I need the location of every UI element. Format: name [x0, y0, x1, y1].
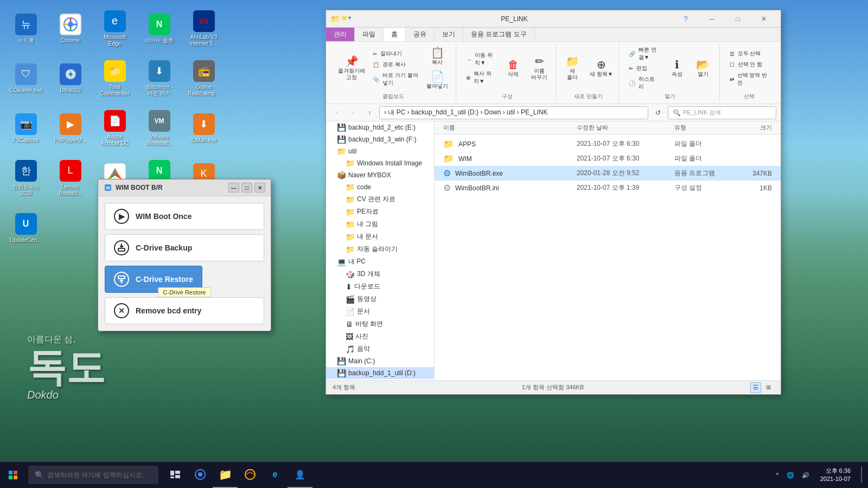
ribbon-btn-copyto[interactable]: ⊕ 복사 위치▼ [463, 69, 499, 86]
col-header-name[interactable]: 이름 [443, 124, 577, 132]
taskbar-search-input[interactable] [47, 471, 145, 479]
ribbon-btn-selectnone[interactable]: ☐ 선택 안 함 [726, 60, 772, 69]
ribbon-tab-apptools[interactable]: 응용 프로그램 도구 [463, 28, 535, 41]
icon-radio[interactable]: 📻 OnlineRadio.aimp... [183, 55, 224, 101]
taskbar-wim-app[interactable]: 👤 [288, 462, 312, 488]
nav-item-windows-install[interactable]: 📁 Windows Install Image [326, 157, 434, 169]
icon-ahnlab[interactable]: V3 AhnLab V3Internet S... [183, 5, 224, 52]
ribbon-btn-copy[interactable]: 📋 복사 [423, 45, 451, 68]
icon-updatecen[interactable]: U UpdateCen... [5, 205, 46, 251]
wim-close-button[interactable]: ✕ [254, 183, 265, 192]
ribbon-btn-delete[interactable]: 🗑 삭제 [501, 57, 525, 80]
nav-item-photos[interactable]: 🖼 사진 [326, 330, 434, 343]
tray-network[interactable]: 🌐 [784, 471, 796, 480]
nav-item-util[interactable]: 📁 util [326, 145, 434, 157]
ribbon-btn-newfolder[interactable]: 📁 새폴더 [560, 54, 584, 83]
ribbon-btn-properties[interactable]: ℹ 속성 [665, 57, 689, 80]
nav-item-mypc[interactable]: 💻 내 PC [326, 255, 434, 268]
nav-item-cv[interactable]: 📁 CV 관련 자료 [326, 193, 434, 206]
nav-item-documents[interactable]: 📄 문서 [326, 305, 434, 318]
ribbon-btn-easyaccess[interactable]: 🔗 빠른 연결▼ [626, 45, 663, 62]
nav-item-pe[interactable]: 📁 PE자료 [326, 206, 434, 218]
forward-button[interactable]: › [347, 106, 360, 119]
nav-item-backup-d[interactable]: 💾 backup_hdd_1_util (D:) [326, 367, 434, 379]
icon-hancom[interactable]: 한 한컴오피스2020 [5, 155, 46, 201]
ribbon-btn-newitem[interactable]: ⊕ 새 항목▼ [586, 57, 616, 80]
ribbon-btn-invertsel[interactable]: ⇄ 선택 영역 반전 [726, 70, 772, 88]
ribbon-tab-home[interactable]: 홈 [384, 28, 406, 41]
taskbar-clock[interactable]: 오후 6:36 2021-10-07 [816, 467, 855, 484]
refresh-button[interactable]: ↺ [652, 106, 665, 119]
file-item-wimbootbr-exe[interactable]: ⚙ WimBootBR.exe 2020-01-28 오전 9:52 응용 프로… [435, 166, 781, 181]
icon-ccleaner[interactable]: 🛡 CCleaner.exe [5, 55, 46, 101]
file-item-wimbootbr-ini[interactable]: ⚙ WimBootBR.ini 2021-10-07 오후 1:39 구성 설정… [435, 181, 781, 195]
icon-ultraiso[interactable]: 💿 UltraISO [50, 55, 91, 101]
icon-potplayer[interactable]: ▶ PotPlayerM... [50, 105, 91, 151]
tray-expand[interactable]: ^ [774, 471, 781, 479]
icon-chrome[interactable]: Chrome [50, 5, 91, 52]
icon-fscapture[interactable]: 📷 FSCapture [5, 105, 46, 151]
nav-item-videos[interactable]: 🎬 동영상 [326, 293, 434, 305]
icon-qbit[interactable]: ⬇ qbittorrent -바로 가기 [139, 55, 180, 101]
nav-item-docs[interactable]: 📁 내 문서 [326, 230, 434, 243]
icon-idman[interactable]: ⬇ IDMan.exe [183, 105, 224, 151]
icon-vmware[interactable]: VM VMwareWorkstati... [139, 105, 180, 151]
address-path[interactable]: › 내 PC › backup_hdd_1_util (D:) › Down ›… [379, 106, 648, 119]
wim-minimize-button[interactable]: — [228, 183, 239, 192]
col-header-date[interactable]: 수정한 날짜 [577, 124, 674, 132]
ribbon-btn-cut[interactable]: ✂ 잘라내기 [371, 49, 421, 59]
nav-item-auto-slide[interactable]: 📁 자동 슬라이기 [326, 243, 434, 255]
explorer-close-button[interactable]: ✕ [751, 10, 776, 28]
ribbon-btn-open[interactable]: 📂 열기 [691, 57, 715, 80]
ribbon-btn-edit[interactable]: ✏ 편집 [626, 63, 663, 73]
ribbon-tab-share[interactable]: 공유 [406, 28, 435, 41]
taskbar-taskview[interactable] [163, 462, 188, 488]
ribbon-btn-shortcut[interactable]: 📎 바로 가기 붙여넣기 [371, 70, 421, 88]
explorer-maximize-button[interactable]: □ [725, 10, 750, 28]
ribbon-tab-file[interactable]: 파일 [355, 28, 384, 41]
icon-naver[interactable]: N 네이버 웹툰 [139, 5, 180, 52]
address-search[interactable]: 🔍 PE_LINK 검색 [668, 106, 776, 119]
icon-view-button[interactable]: ⊞ [763, 382, 774, 393]
icon-edge[interactable]: e MicrosoftEdge [94, 5, 135, 52]
taskbar-ie[interactable]: e [263, 462, 288, 488]
ribbon-tab-manage[interactable]: 관리 [326, 28, 355, 41]
icon-acrobat[interactable]: 📄 AdobeAcrobat DC [94, 105, 135, 151]
ribbon-btn-copypath[interactable]: 📋 경로 복사 [371, 60, 421, 69]
detail-view-button[interactable]: ☰ [750, 382, 761, 393]
taskbar-search-box[interactable]: 🔍 [28, 466, 158, 484]
ribbon-btn-rename[interactable]: ✏ 이름바꾸기 [527, 54, 551, 83]
file-item-wim[interactable]: 📁 WIM 2021-10-07 오후 6:30 파일 폴더 [435, 151, 781, 166]
nav-item-3d[interactable]: 🎲 3D 개체 [326, 268, 434, 280]
nav-item-desktop[interactable]: 🖥 바탕 화면 [326, 318, 434, 330]
icon-lenovo[interactable]: L LenovoBootabl... [50, 155, 91, 201]
ribbon-btn-selectall[interactable]: ☰ 모두 선택 [726, 49, 772, 59]
ribbon-tab-view[interactable]: 보기 [435, 28, 463, 41]
icon-eztrans[interactable]: 뉴 뉴지롱 [5, 5, 46, 52]
taskbar-chrome2[interactable] [238, 462, 263, 488]
explorer-minimize-button[interactable]: ─ [699, 10, 724, 28]
taskbar-chrome[interactable] [188, 462, 213, 488]
show-desktop-button[interactable] [855, 462, 868, 488]
ribbon-btn-history[interactable]: 🕐 히스토리 [626, 74, 663, 92]
nav-item-pictures[interactable]: 📁 내 그림 [326, 218, 434, 230]
nav-item-backup3[interactable]: 💾 backup_hdd_3_win (F:) [326, 133, 434, 145]
wim-maximize-button[interactable]: □ [241, 183, 252, 192]
taskbar-explorer[interactable]: 📁 [213, 462, 238, 488]
nav-item-music[interactable]: 🎵 음악 [326, 343, 434, 355]
nav-item-code[interactable]: 📁 code [326, 181, 434, 193]
ribbon-btn-pin[interactable]: 📌 즐겨찾기에고정 [335, 54, 368, 83]
nav-item-main-c[interactable]: 💾 Main (C:) [326, 355, 434, 367]
nav-item-downloads[interactable]: ⬇ 다운로드 [326, 280, 434, 293]
icon-totalcmd[interactable]: 📁 TotalCommander [94, 55, 135, 101]
remove-bcd-button[interactable]: ✕ Remove bcd entry [105, 297, 264, 324]
back-button[interactable]: ‹ [330, 106, 343, 119]
file-item-apps[interactable]: 📁 APPS 2021-10-07 오후 6:30 파일 폴더 [435, 137, 781, 151]
start-button[interactable] [0, 462, 26, 488]
col-header-type[interactable]: 유형 [674, 124, 729, 132]
c-drive-backup-button[interactable]: C-Drive Backup [105, 234, 264, 261]
col-header-size[interactable]: 크기 [729, 124, 772, 132]
nav-item-naver-mybox[interactable]: 📦 Naver MYBOX [326, 169, 434, 181]
ribbon-btn-paste[interactable]: 📄 붙여넣기 [423, 69, 451, 92]
tray-volume[interactable]: 🔊 [800, 471, 812, 480]
